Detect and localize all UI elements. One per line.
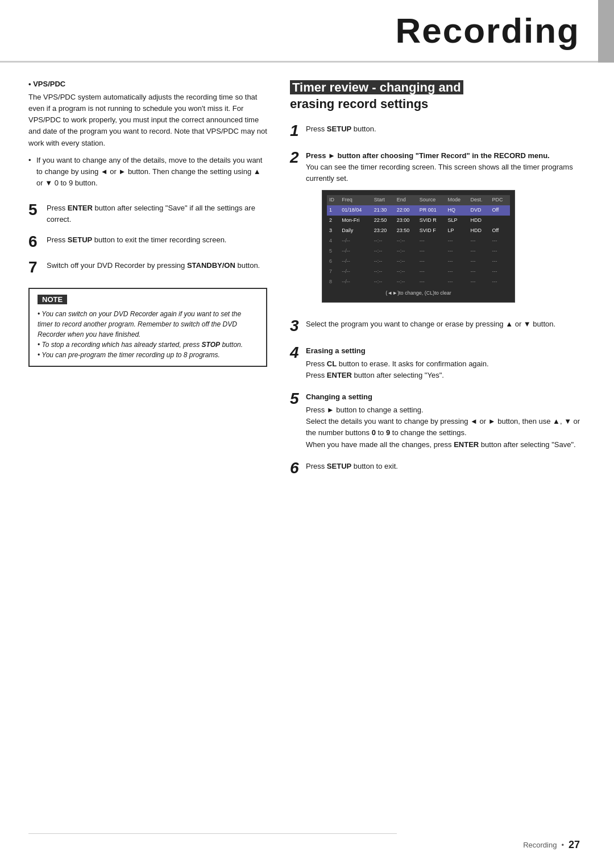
footer-divider [28, 833, 397, 834]
section-title-highlight: Timer review - changing and [290, 80, 463, 94]
vps-title: • VPS/PDC [28, 80, 267, 88]
vps-pdc-section: • VPS/PDC The VPS/PDC system automatical… [28, 80, 267, 189]
table-header-row: ID Freq Start End Source Mode Dest. PDC [327, 195, 510, 205]
col-end: End [395, 195, 417, 205]
note-title: NOTE [38, 295, 67, 304]
left-step-5: 5 Press ENTER button after selecting "Sa… [28, 202, 267, 225]
table-row: 2 Mon-Fri 22:50 23:00 SVID R SLP HDD [327, 216, 510, 226]
right-step-num-1: 1 [290, 122, 306, 140]
left-step-6: 6 Press SETUP button to exit the timer r… [28, 234, 267, 251]
right-step-content-2: Press ► button after choosing "Timer Rec… [306, 150, 586, 308]
step-num-6: 6 [28, 233, 47, 251]
table-row: 4 --/-- --:-- --:-- --- --- --- --- [327, 236, 510, 246]
footer-text: Recording • 27 [523, 839, 580, 851]
left-column: • VPS/PDC The VPS/PDC system automatical… [28, 80, 267, 487]
col-start: Start [372, 195, 395, 205]
right-step-4: 4 Erasing a setting Press CL button to e… [290, 345, 586, 381]
col-pdc: PDC [490, 195, 510, 205]
timer-table-footer: (◄►)to change, (CL)to clear [327, 290, 510, 297]
page-header: Recording [0, 0, 614, 63]
right-column: Timer review - changing and erasing reco… [290, 80, 586, 487]
table-row: 3 Daily 23:20 23:50 SVID F LP HDD Off [327, 226, 510, 236]
footer-page: 27 [569, 839, 580, 851]
col-id: ID [327, 195, 339, 205]
right-step-num-5: 5 [290, 390, 306, 408]
right-step-content-6: Press SETUP button to exit. [306, 461, 586, 472]
col-freq: Freq [339, 195, 371, 205]
step-num-7: 7 [28, 259, 47, 276]
right-step-5: 5 Changing a setting Press ► button to c… [290, 391, 586, 450]
note-text: • You can switch on your DVD Recorder ag… [38, 309, 258, 360]
right-step-num-4: 4 [290, 344, 306, 362]
page-footer: Recording • 27 [0, 839, 614, 851]
section-title-line2: erasing record settings [290, 97, 428, 111]
right-step-content-5: Changing a setting Press ► button to cha… [306, 391, 586, 450]
table-row: 7 --/-- --:-- --:-- --- --- --- --- [327, 267, 510, 277]
right-step-content-4: Erasing a setting Press CL button to era… [306, 345, 586, 381]
right-step-6: 6 Press SETUP button to exit. [290, 461, 586, 477]
right-step-1: 1 Press SETUP button. [290, 123, 586, 140]
note-box: NOTE • You can switch on your DVD Record… [28, 288, 267, 367]
vps-bullet-item: If you want to change any of the details… [28, 155, 267, 189]
footer-bullet: • [561, 841, 564, 849]
right-step-num-3: 3 [290, 317, 306, 335]
right-step-content-3: Select the program you want to change or… [306, 319, 586, 330]
table-row: 6 --/-- --:-- --:-- --- --- --- --- [327, 257, 510, 267]
step-content-6: Press SETUP button to exit the timer rec… [47, 234, 267, 246]
step-num-5: 5 [28, 201, 47, 219]
table-row: 5 --/-- --:-- --:-- --- --- --- --- [327, 246, 510, 257]
col-dest: Dest. [468, 195, 490, 205]
header-tab [598, 0, 614, 63]
step-content-5: Press ENTER button after selecting "Save… [47, 202, 267, 225]
step4-subtitle: Erasing a setting [306, 345, 586, 357]
footer-label: Recording [523, 841, 557, 849]
table-row: 1 01/18/04 21:30 22:00 PR 001 HQ DVD Off [327, 205, 510, 216]
timer-table-container: ID Freq Start End Source Mode Dest. PDC [322, 190, 515, 302]
right-step-num-6: 6 [290, 460, 306, 477]
table-row: 8 --/-- --:-- --:-- --- --- --- --- [327, 277, 510, 287]
section-title: Timer review - changing and erasing reco… [290, 80, 586, 112]
page-title: Recording [395, 10, 580, 51]
col-source: Source [417, 195, 446, 205]
vps-paragraph: The VPS/PDC system automatically adjusts… [28, 92, 267, 149]
timer-table: ID Freq Start End Source Mode Dest. PDC [327, 195, 510, 287]
step-content-7: Switch off your DVD Recorder by pressing… [47, 260, 267, 271]
right-step-3: 3 Select the program you want to change … [290, 319, 586, 335]
right-step-content-1: Press SETUP button. [306, 123, 586, 135]
main-content: • VPS/PDC The VPS/PDC system automatical… [0, 63, 614, 505]
col-mode: Mode [446, 195, 468, 205]
right-step-num-2: 2 [290, 149, 306, 167]
right-step-2: 2 Press ► button after choosing "Timer R… [290, 150, 586, 308]
step5-subtitle: Changing a setting [306, 391, 586, 403]
left-step-7: 7 Switch off your DVD Recorder by pressi… [28, 260, 267, 276]
